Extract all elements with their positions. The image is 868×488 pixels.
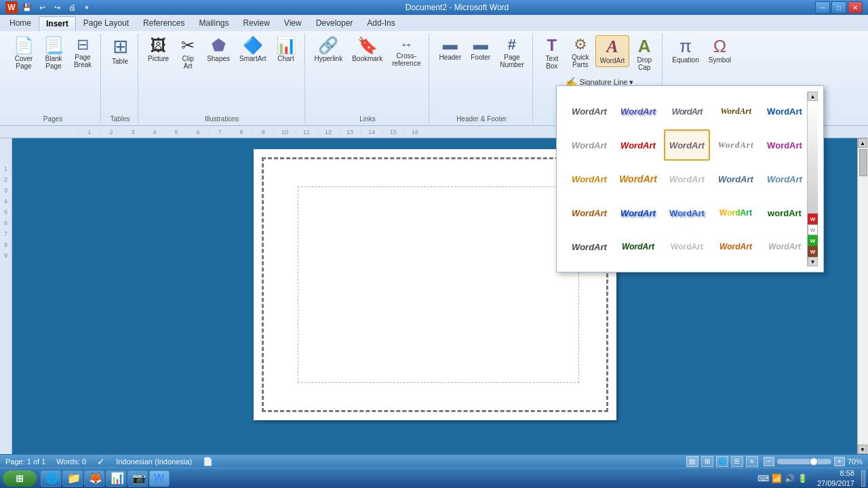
shapes-button[interactable]: ⬟ Shapes bbox=[203, 35, 234, 64]
tab-mailings[interactable]: Mailings bbox=[192, 16, 235, 31]
chart-button[interactable]: 📊 Chart bbox=[272, 35, 300, 64]
wordart-style-21[interactable]: WordArt bbox=[566, 231, 612, 262]
wordart-style-8[interactable]: WordArt bbox=[664, 129, 710, 161]
wordart-style-10[interactable]: WordArt bbox=[762, 129, 808, 161]
scroll-thumb[interactable] bbox=[859, 149, 867, 176]
bookmark-button[interactable]: 🔖 Bookmark bbox=[348, 35, 387, 64]
wordart-style-9[interactable]: WordArt bbox=[713, 129, 759, 161]
wordart-style-23[interactable]: WordArt bbox=[664, 231, 710, 262]
ribbon-group-illustrations: 🖼 Picture ✂ ClipArt ⬟ Shapes 🔷 SmartArt bbox=[140, 34, 305, 123]
wordart-gallery[interactable]: WordArt WordArt WordArt WordArt WordArt … bbox=[556, 85, 824, 272]
wordart-style-3[interactable]: WordArt bbox=[664, 96, 710, 127]
wordart-button[interactable]: A WordArt bbox=[595, 35, 630, 67]
wordart-style-17[interactable]: WordArt bbox=[615, 197, 661, 228]
quick-parts-button[interactable]: ⚙ QuickParts bbox=[567, 35, 594, 70]
wordart-style-5[interactable]: WordArt bbox=[762, 96, 808, 127]
equation-button[interactable]: π Equation bbox=[668, 35, 703, 66]
print-layout-button[interactable]: ▤ bbox=[686, 456, 698, 467]
cross-reference-button[interactable]: ↔ Cross-reference bbox=[388, 35, 425, 69]
more-quick-btn[interactable]: ▼ bbox=[80, 1, 94, 14]
links-group-label: Links bbox=[359, 114, 375, 123]
footer-button[interactable]: ▬ Footer bbox=[467, 35, 494, 63]
draft-view-button[interactable]: ≡ bbox=[746, 456, 758, 467]
smartart-button[interactable]: 🔷 SmartArt bbox=[235, 35, 270, 64]
taskbar-excel[interactable]: 📊 bbox=[106, 470, 126, 487]
wordart-style-20[interactable]: wordArt bbox=[762, 197, 808, 228]
drop-cap-button[interactable]: A DropCap bbox=[631, 35, 658, 73]
gallery-scroll-up[interactable]: ▲ bbox=[808, 92, 818, 101]
wordart-style-4[interactable]: WordArt bbox=[713, 96, 759, 127]
gallery-scrollbar[interactable]: ▲ W W W W ▼ bbox=[807, 92, 818, 266]
save-quick-btn[interactable]: 💾 bbox=[20, 1, 34, 14]
page-break-button[interactable]: ⊟ PageBreak bbox=[69, 35, 96, 70]
header-button[interactable]: ▬ Header bbox=[435, 35, 465, 63]
gallery-scroll-down[interactable]: ▼ bbox=[808, 257, 818, 266]
wordart-style-11[interactable]: WordArt bbox=[566, 163, 612, 195]
full-screen-button[interactable]: ⊞ bbox=[701, 456, 713, 467]
spell-check[interactable]: ✓ bbox=[97, 456, 105, 467]
start-button[interactable]: ⊞ bbox=[3, 470, 37, 487]
wordart-style-16[interactable]: WordArt bbox=[566, 197, 612, 228]
vertical-scrollbar[interactable]: ▲ ▼ bbox=[857, 138, 868, 454]
close-button[interactable]: ✕ bbox=[848, 1, 863, 14]
tab-references[interactable]: References bbox=[136, 16, 191, 31]
gallery-scroll-track: W W W W bbox=[808, 101, 818, 257]
scroll-white-indicator: W bbox=[808, 224, 818, 235]
maximize-button[interactable]: □ bbox=[831, 1, 846, 14]
clip-art-button[interactable]: ✂ ClipArt bbox=[174, 35, 201, 72]
tab-review[interactable]: Review bbox=[236, 16, 276, 31]
redo-quick-btn[interactable]: ↪ bbox=[50, 1, 64, 14]
wordart-style-6[interactable]: WordArt bbox=[566, 129, 612, 161]
minimize-button[interactable]: ─ bbox=[815, 1, 830, 14]
scroll-down-button[interactable]: ▼ bbox=[858, 445, 867, 454]
wordart-style-19[interactable]: WordArt bbox=[713, 197, 759, 228]
undo-quick-btn[interactable]: ↩ bbox=[35, 1, 49, 14]
taskbar-ie[interactable]: 🌐 bbox=[41, 470, 61, 487]
tab-developer[interactable]: Developer bbox=[309, 16, 360, 31]
zoom-level[interactable]: 70% bbox=[848, 458, 863, 466]
taskbar-folder[interactable]: 📁 bbox=[62, 470, 83, 487]
wordart-style-25[interactable]: WordArt bbox=[762, 231, 808, 262]
tray-network: 📶 bbox=[772, 474, 782, 483]
language-indicator[interactable]: Indonesian (Indonesia) bbox=[116, 458, 192, 466]
print-quick-btn[interactable]: 🖨 bbox=[65, 1, 79, 14]
tab-page-layout[interactable]: Page Layout bbox=[77, 16, 136, 31]
page-content-area[interactable] bbox=[298, 186, 579, 383]
text-box-button[interactable]: T TextBox bbox=[538, 35, 566, 72]
zoom-out-button[interactable]: − bbox=[764, 457, 774, 466]
web-layout-button[interactable]: 🌐 bbox=[716, 456, 728, 467]
wordart-style-15[interactable]: WordArt bbox=[762, 163, 808, 195]
wordart-style-18[interactable]: WordArt bbox=[664, 197, 710, 228]
outline-view-button[interactable]: ☰ bbox=[731, 456, 743, 467]
tab-home[interactable]: Home bbox=[3, 16, 38, 31]
taskbar-word[interactable]: W bbox=[149, 470, 170, 487]
wordart-style-1[interactable]: WordArt bbox=[566, 96, 612, 127]
wordart-style-7[interactable]: WordArt bbox=[615, 129, 661, 161]
blank-page-button[interactable]: 📃 BlankPage bbox=[39, 35, 68, 72]
wordart-style-24[interactable]: WordArt bbox=[713, 231, 759, 262]
scroll-up-button[interactable]: ▲ bbox=[858, 138, 867, 148]
symbol-button[interactable]: Ω Symbol bbox=[705, 35, 735, 66]
system-clock[interactable]: 8:58 27/09/2017 bbox=[814, 468, 857, 488]
scroll-track[interactable] bbox=[858, 148, 868, 445]
wordart-style-12[interactable]: WordArt bbox=[615, 163, 661, 195]
taskbar-photos[interactable]: 📷 bbox=[127, 470, 148, 487]
tray-icons: ⌨ 📶 🔊 🔋 bbox=[755, 474, 810, 483]
wordart-style-2[interactable]: WordArt bbox=[615, 96, 661, 127]
page-number-button[interactable]: # PageNumber bbox=[496, 35, 528, 70]
wordart-style-13[interactable]: WordArt bbox=[664, 163, 710, 195]
tab-insert[interactable]: Insert bbox=[39, 16, 76, 31]
show-desktop-button[interactable] bbox=[861, 470, 865, 487]
zoom-slider[interactable] bbox=[777, 459, 831, 464]
wordart-style-22[interactable]: WordArt bbox=[615, 231, 661, 262]
tab-view[interactable]: View bbox=[277, 16, 309, 31]
table-button[interactable]: ⊞ Table bbox=[106, 35, 134, 67]
taskbar-firefox[interactable]: 🦊 bbox=[84, 470, 104, 487]
wordart-style-14[interactable]: WordArt bbox=[713, 163, 759, 195]
hyperlink-button[interactable]: 🔗 Hyperlink bbox=[311, 35, 347, 64]
picture-button[interactable]: 🖼 Picture bbox=[144, 35, 173, 64]
header-footer-group-label: Header & Footer bbox=[456, 114, 507, 123]
cover-page-button[interactable]: 📄 CoverPage bbox=[9, 35, 38, 72]
tab-addins[interactable]: Add-Ins bbox=[360, 16, 401, 31]
zoom-in-button[interactable]: + bbox=[834, 457, 845, 466]
